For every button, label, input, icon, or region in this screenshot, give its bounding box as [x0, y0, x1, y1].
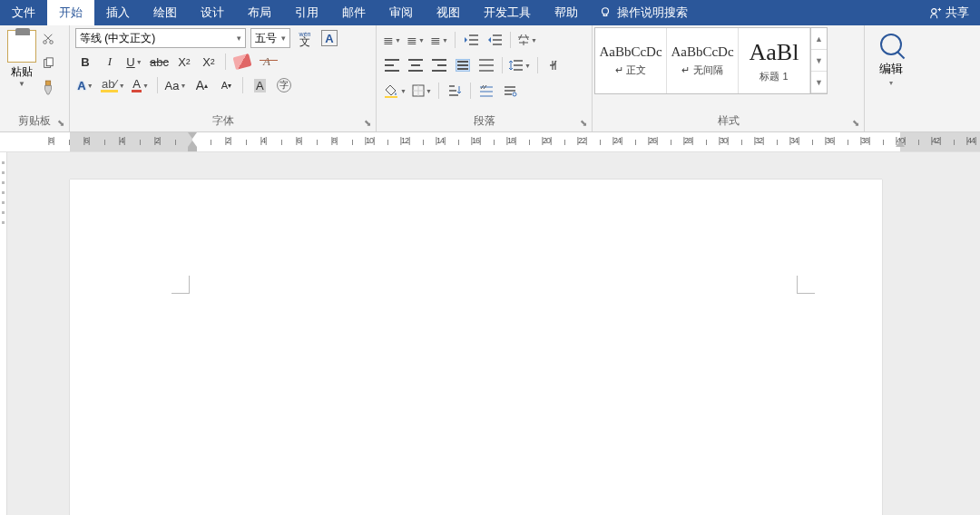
navigation-strip[interactable]	[0, 152, 7, 515]
styles-expand[interactable]: ▼	[811, 72, 827, 93]
borders-button[interactable]: ▼	[411, 81, 433, 101]
scissors-icon	[42, 33, 54, 45]
align-left-button[interactable]	[382, 55, 402, 75]
svg-point-1	[932, 9, 936, 14]
font-launcher[interactable]: ⬊	[361, 117, 373, 129]
styles-launcher[interactable]: ⬊	[849, 117, 861, 129]
font-color-button[interactable]: A▼	[131, 75, 151, 95]
group-label-editing	[865, 114, 980, 131]
tell-me-search[interactable]: 操作说明搜索	[590, 0, 697, 25]
bold-button[interactable]: B	[75, 52, 95, 72]
styles-scroll-down[interactable]: ▼	[811, 50, 827, 72]
document-area	[0, 152, 980, 515]
style-preview: AaBbCcDc	[599, 44, 662, 60]
asian-layout-button[interactable]: ▼	[516, 30, 538, 50]
char-shading-button[interactable]: A	[250, 75, 270, 95]
tab-draw[interactable]: 绘图	[142, 0, 189, 25]
numbering-button[interactable]: ≣▼	[406, 30, 426, 50]
font-size-combo[interactable]: 五号▾	[250, 28, 290, 48]
align-center-button[interactable]	[406, 55, 426, 75]
multilevel-list-button[interactable]: ≣▼	[429, 30, 449, 50]
decrease-indent-button[interactable]	[461, 30, 481, 50]
chevron-down-icon: ▼	[426, 88, 432, 94]
copy-button[interactable]	[40, 55, 56, 72]
grow-font-button[interactable]: A▴	[191, 75, 211, 95]
tab-help[interactable]: 帮助	[543, 0, 590, 25]
tab-mailings[interactable]: 邮件	[330, 0, 377, 25]
sort-button[interactable]	[445, 81, 465, 101]
style-heading1[interactable]: AaBl 标题 1	[739, 28, 810, 93]
enclose-char-button[interactable]: 字	[274, 75, 294, 95]
horizontal-ruler[interactable]: |8||6||4||2||2||4||6||8||10||12||14||16|…	[70, 132, 980, 151]
char-border-button[interactable]: A	[319, 28, 339, 48]
styles-scroll-up[interactable]: ▲	[811, 28, 827, 50]
styles-scroll: ▲ ▼ ▼	[810, 28, 827, 93]
paste-button[interactable]: 粘贴 ▼	[5, 28, 38, 88]
line-spacing-icon	[509, 59, 524, 72]
tab-design[interactable]: 设计	[189, 0, 236, 25]
chevron-down-icon: ▼	[18, 80, 25, 88]
highlight-button[interactable]: ab⁄▼	[100, 75, 126, 95]
char-spacing-button[interactable]: Aa▼	[164, 75, 188, 95]
group-label-styles: 样式	[593, 112, 864, 131]
subscript-button[interactable]: X2	[174, 52, 194, 72]
tab-developer[interactable]: 开发工具	[472, 0, 543, 25]
tab-file[interactable]: 文件	[0, 0, 47, 25]
strikethrough-button[interactable]: abc	[149, 52, 170, 72]
clear-formatting-button[interactable]: A	[257, 52, 277, 72]
superscript-button[interactable]: X2	[199, 52, 219, 72]
multilevel-icon: ≣	[430, 33, 441, 47]
tab-review[interactable]: 审阅	[377, 0, 425, 25]
chevron-down-icon: ▾	[278, 34, 286, 43]
clipboard-launcher[interactable]: ⬊	[54, 117, 66, 129]
text-effects-button[interactable]: A▼	[75, 75, 95, 95]
menubar-spacer	[697, 0, 918, 25]
menubar: 文件 开始 插入 绘图 设计 布局 引用 邮件 审阅 视图 开发工具 帮助 操作…	[0, 0, 980, 25]
align-justify-button[interactable]	[453, 55, 473, 75]
svg-point-9	[513, 92, 516, 96]
underline-button[interactable]: U▼	[124, 52, 144, 72]
separator	[455, 32, 456, 48]
align-distributed-button[interactable]	[476, 55, 496, 75]
snap-to-grid-button[interactable]	[476, 81, 496, 101]
italic-button[interactable]: I	[100, 52, 120, 72]
ruler[interactable]: |8||6||4||2||2||4||6||8||10||12||14||16|…	[0, 132, 980, 152]
group-label-paragraph: 段落	[377, 112, 592, 131]
shrink-font-button[interactable]: A▾	[216, 75, 236, 95]
phonetic-guide-button[interactable]: wén文	[295, 28, 315, 48]
style-no-spacing[interactable]: AaBbCcDc ↵ 无间隔	[667, 28, 739, 93]
shading-button[interactable]: ▼	[382, 81, 407, 101]
group-paragraph: ≣▼ ≣▼ ≣▼ ▼ ▼	[377, 25, 593, 131]
align-right-button[interactable]	[429, 55, 449, 75]
show-marks-button[interactable]	[544, 55, 564, 75]
svg-rect-5	[46, 58, 53, 66]
bullets-button[interactable]: ≣▼	[382, 30, 402, 50]
increase-indent-button[interactable]	[485, 30, 505, 50]
asian-layout-icon	[517, 34, 530, 46]
document-page[interactable]	[70, 180, 882, 515]
eraser-button[interactable]	[232, 52, 252, 72]
cut-button[interactable]	[40, 31, 56, 47]
ruler-corner	[0, 132, 70, 151]
paragraph-settings-button[interactable]	[500, 81, 520, 101]
chevron-down-icon: ▼	[418, 37, 425, 44]
line-spacing-button[interactable]: ▼	[508, 55, 532, 75]
tab-references[interactable]: 引用	[283, 0, 330, 25]
tab-layout[interactable]: 布局	[236, 0, 283, 25]
paragraph-launcher[interactable]: ⬊	[577, 117, 589, 129]
snap-grid-icon	[479, 84, 494, 97]
tab-home[interactable]: 开始	[47, 0, 94, 25]
svg-point-3	[50, 41, 54, 44]
style-normal[interactable]: AaBbCcDc ↵ 正文	[595, 28, 667, 93]
font-name-combo[interactable]: 等线 (中文正文)▾	[75, 28, 246, 48]
tab-view[interactable]: 视图	[425, 0, 472, 25]
format-painter-button[interactable]	[40, 80, 56, 96]
tell-me-label: 操作说明搜索	[617, 5, 688, 21]
share-button[interactable]: 共享	[918, 0, 980, 25]
editing-button[interactable]: 编辑 ▾	[870, 28, 912, 87]
separator	[537, 57, 538, 73]
tab-insert[interactable]: 插入	[94, 0, 142, 25]
font-size-value: 五号	[255, 31, 277, 46]
group-editing: 编辑 ▾	[865, 25, 980, 131]
separator	[502, 57, 503, 73]
